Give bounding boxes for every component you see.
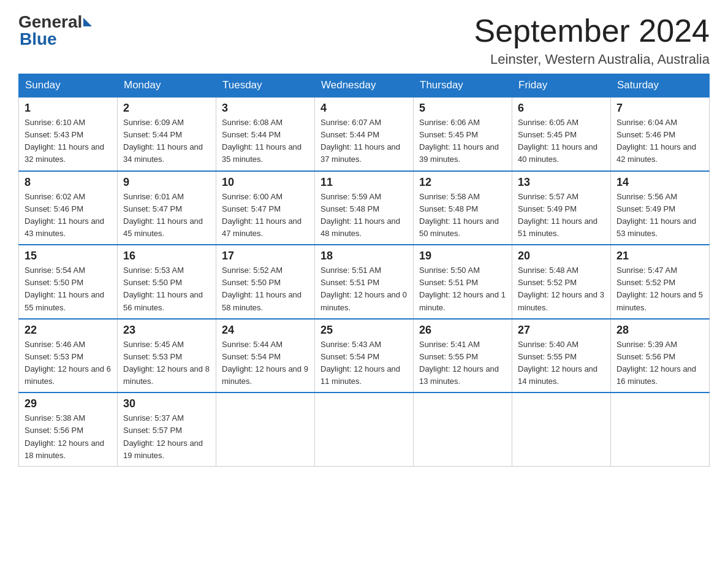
calendar-cell: 19 Sunrise: 5:50 AMSunset: 5:51 PMDaylig… [414, 245, 512, 319]
day-number: 1 [25, 102, 112, 115]
day-info: Sunrise: 5:54 AMSunset: 5:50 PMDaylight:… [25, 264, 112, 314]
day-info: Sunrise: 5:38 AMSunset: 5:56 PMDaylight:… [25, 412, 112, 462]
calendar-cell: 23 Sunrise: 5:45 AMSunset: 5:53 PMDaylig… [118, 319, 216, 393]
day-info: Sunrise: 5:53 AMSunset: 5:50 PMDaylight:… [123, 264, 210, 314]
month-title: September 2024 [474, 12, 710, 49]
calendar-cell: 3 Sunrise: 6:08 AMSunset: 5:44 PMDayligh… [216, 97, 315, 171]
day-number: 19 [419, 250, 506, 262]
calendar-cell: 27 Sunrise: 5:40 AMSunset: 5:55 PMDaylig… [512, 319, 611, 393]
calendar-week-row: 1 Sunrise: 6:10 AMSunset: 5:43 PMDayligh… [19, 97, 710, 171]
calendar-cell: 9 Sunrise: 6:01 AMSunset: 5:47 PMDayligh… [118, 171, 216, 245]
calendar-header-monday: Monday [118, 74, 216, 98]
calendar-cell: 20 Sunrise: 5:48 AMSunset: 5:52 PMDaylig… [512, 245, 611, 319]
day-number: 12 [419, 176, 506, 189]
day-number: 5 [419, 102, 506, 115]
day-info: Sunrise: 5:48 AMSunset: 5:52 PMDaylight:… [518, 264, 605, 314]
day-info: Sunrise: 6:02 AMSunset: 5:46 PMDaylight:… [25, 191, 112, 240]
calendar-cell: 28 Sunrise: 5:39 AMSunset: 5:56 PMDaylig… [611, 319, 710, 393]
calendar-cell: 17 Sunrise: 5:52 AMSunset: 5:50 PMDaylig… [216, 245, 315, 319]
day-info: Sunrise: 5:50 AMSunset: 5:51 PMDaylight:… [419, 264, 506, 314]
calendar-cell: 21 Sunrise: 5:47 AMSunset: 5:52 PMDaylig… [611, 245, 710, 319]
calendar-week-row: 22 Sunrise: 5:46 AMSunset: 5:53 PMDaylig… [19, 319, 710, 393]
calendar-cell: 25 Sunrise: 5:43 AMSunset: 5:54 PMDaylig… [315, 319, 414, 393]
day-number: 14 [616, 176, 703, 189]
day-info: Sunrise: 5:46 AMSunset: 5:53 PMDaylight:… [25, 339, 112, 388]
day-number: 25 [320, 324, 408, 337]
calendar-header-wednesday: Wednesday [315, 74, 414, 98]
day-number: 30 [123, 397, 210, 410]
day-info: Sunrise: 5:41 AMSunset: 5:55 PMDaylight:… [419, 339, 506, 388]
day-info: Sunrise: 6:08 AMSunset: 5:44 PMDaylight:… [222, 117, 309, 166]
day-info: Sunrise: 6:10 AMSunset: 5:43 PMDaylight:… [25, 117, 112, 166]
calendar-cell: 14 Sunrise: 5:56 AMSunset: 5:49 PMDaylig… [611, 171, 710, 245]
day-info: Sunrise: 5:58 AMSunset: 5:48 PMDaylight:… [419, 191, 506, 240]
calendar-cell [414, 393, 512, 466]
calendar-table: SundayMondayTuesdayWednesdayThursdayFrid… [18, 74, 710, 467]
calendar-cell: 22 Sunrise: 5:46 AMSunset: 5:53 PMDaylig… [19, 319, 118, 393]
calendar-cell: 6 Sunrise: 6:05 AMSunset: 5:45 PMDayligh… [512, 97, 611, 171]
day-number: 20 [518, 250, 605, 262]
day-info: Sunrise: 6:01 AMSunset: 5:47 PMDaylight:… [123, 191, 210, 240]
calendar-header-row: SundayMondayTuesdayWednesdayThursdayFrid… [19, 74, 710, 98]
day-number: 6 [518, 102, 605, 115]
calendar-cell [611, 393, 710, 466]
calendar-cell: 12 Sunrise: 5:58 AMSunset: 5:48 PMDaylig… [414, 171, 512, 245]
day-info: Sunrise: 5:56 AMSunset: 5:49 PMDaylight:… [616, 191, 703, 240]
day-info: Sunrise: 5:47 AMSunset: 5:52 PMDaylight:… [616, 264, 703, 314]
day-number: 10 [222, 176, 309, 189]
day-info: Sunrise: 6:04 AMSunset: 5:46 PMDaylight:… [616, 117, 703, 166]
calendar-cell: 26 Sunrise: 5:41 AMSunset: 5:55 PMDaylig… [414, 319, 512, 393]
day-info: Sunrise: 6:07 AMSunset: 5:44 PMDaylight:… [320, 117, 408, 166]
day-number: 7 [616, 102, 703, 115]
calendar-cell: 1 Sunrise: 6:10 AMSunset: 5:43 PMDayligh… [19, 97, 118, 171]
calendar-cell: 24 Sunrise: 5:44 AMSunset: 5:54 PMDaylig… [216, 319, 315, 393]
calendar-cell [315, 393, 414, 466]
day-info: Sunrise: 5:40 AMSunset: 5:55 PMDaylight:… [518, 339, 605, 388]
calendar-header-saturday: Saturday [611, 74, 710, 98]
logo: General Blue [18, 12, 93, 49]
calendar-cell: 7 Sunrise: 6:04 AMSunset: 5:46 PMDayligh… [611, 97, 710, 171]
day-info: Sunrise: 6:09 AMSunset: 5:44 PMDaylight:… [123, 117, 210, 166]
calendar-cell: 29 Sunrise: 5:38 AMSunset: 5:56 PMDaylig… [19, 393, 118, 466]
calendar-header-sunday: Sunday [19, 74, 118, 98]
calendar-cell: 8 Sunrise: 6:02 AMSunset: 5:46 PMDayligh… [19, 171, 118, 245]
day-info: Sunrise: 5:59 AMSunset: 5:48 PMDaylight:… [320, 191, 408, 240]
calendar-cell: 18 Sunrise: 5:51 AMSunset: 5:51 PMDaylig… [315, 245, 414, 319]
calendar-cell: 15 Sunrise: 5:54 AMSunset: 5:50 PMDaylig… [19, 245, 118, 319]
day-number: 2 [123, 102, 210, 115]
day-number: 9 [123, 176, 210, 189]
day-info: Sunrise: 6:06 AMSunset: 5:45 PMDaylight:… [419, 117, 506, 166]
day-info: Sunrise: 5:52 AMSunset: 5:50 PMDaylight:… [222, 264, 309, 314]
calendar-cell: 13 Sunrise: 5:57 AMSunset: 5:49 PMDaylig… [512, 171, 611, 245]
day-number: 16 [123, 250, 210, 262]
calendar-cell: 16 Sunrise: 5:53 AMSunset: 5:50 PMDaylig… [118, 245, 216, 319]
day-number: 3 [222, 102, 309, 115]
calendar-week-row: 15 Sunrise: 5:54 AMSunset: 5:50 PMDaylig… [19, 245, 710, 319]
day-info: Sunrise: 5:43 AMSunset: 5:54 PMDaylight:… [320, 339, 408, 388]
day-number: 22 [25, 324, 112, 337]
calendar-week-row: 8 Sunrise: 6:02 AMSunset: 5:46 PMDayligh… [19, 171, 710, 245]
day-info: Sunrise: 5:51 AMSunset: 5:51 PMDaylight:… [320, 264, 408, 314]
day-number: 17 [222, 250, 309, 262]
day-info: Sunrise: 5:57 AMSunset: 5:49 PMDaylight:… [518, 191, 605, 240]
calendar-cell: 2 Sunrise: 6:09 AMSunset: 5:44 PMDayligh… [118, 97, 216, 171]
logo-blue-text: Blue [20, 29, 57, 48]
day-number: 21 [616, 250, 703, 262]
day-number: 27 [518, 324, 605, 337]
calendar-week-row: 29 Sunrise: 5:38 AMSunset: 5:56 PMDaylig… [19, 393, 710, 466]
calendar-header-friday: Friday [512, 74, 611, 98]
day-number: 28 [616, 324, 703, 337]
day-number: 11 [320, 176, 408, 189]
calendar-header-tuesday: Tuesday [216, 74, 315, 98]
calendar-cell: 10 Sunrise: 6:00 AMSunset: 5:47 PMDaylig… [216, 171, 315, 245]
calendar-cell: 4 Sunrise: 6:07 AMSunset: 5:44 PMDayligh… [315, 97, 414, 171]
day-number: 23 [123, 324, 210, 337]
day-info: Sunrise: 6:05 AMSunset: 5:45 PMDaylight:… [518, 117, 605, 166]
day-info: Sunrise: 5:44 AMSunset: 5:54 PMDaylight:… [222, 339, 309, 388]
page-header: General Blue September 2024 Leinster, We… [18, 12, 710, 67]
title-block: September 2024 Leinster, Western Austral… [474, 12, 710, 67]
day-number: 4 [320, 102, 408, 115]
calendar-cell [216, 393, 315, 466]
day-number: 13 [518, 176, 605, 189]
day-number: 26 [419, 324, 506, 337]
